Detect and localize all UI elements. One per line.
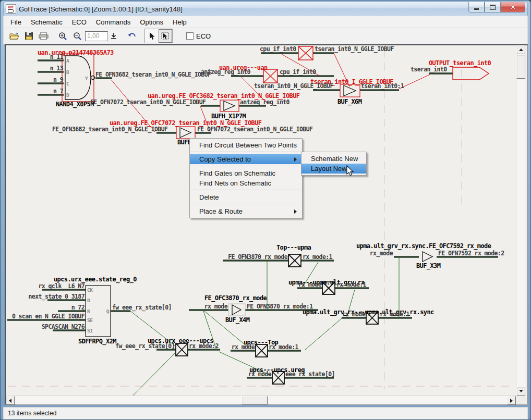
schematic-label[interactable]: eee_rx_state[0] bbox=[285, 370, 335, 378]
schematic-label[interactable]: NAND4_X0P5M bbox=[56, 101, 94, 108]
minimize-icon bbox=[474, 8, 479, 10]
vertical-scroll-thumb[interactable] bbox=[516, 55, 525, 79]
zoom-in-icon bbox=[58, 32, 68, 41]
schematic-label[interactable]: rx_mode bbox=[232, 343, 255, 351]
print-button[interactable] bbox=[36, 29, 51, 43]
scroll-down-button[interactable] bbox=[516, 387, 525, 396]
title-bar[interactable]: GOF GofTrace [Schematic:0] [Zoom:1.00:1]… bbox=[3, 2, 528, 16]
schematic-label[interactable]: rx_mode bbox=[204, 303, 228, 311]
buffer-gate-body[interactable] bbox=[344, 85, 356, 96]
schematic-label[interactable]: SPCASCAN_N276 bbox=[42, 323, 85, 331]
select-box-tool-button[interactable] bbox=[159, 29, 172, 43]
schematic-label[interactable]: rx_mode:1 bbox=[336, 281, 367, 289]
schematic-label[interactable]: FE_OFN3682_tseran_int0_N_GGLE_IOBUF bbox=[95, 71, 211, 79]
left-arrow-icon bbox=[7, 399, 11, 403]
schematic-label[interactable]: antzeg_reg_int0 bbox=[240, 98, 290, 106]
schematic-label[interactable]: rx_mode bbox=[248, 370, 272, 378]
menu-options[interactable]: Options bbox=[135, 17, 168, 27]
menu-eco[interactable]: ECO bbox=[67, 17, 91, 27]
menu-help[interactable]: Help bbox=[168, 17, 191, 27]
schematic-label[interactable]: rx_gclk__L6_N7 bbox=[38, 282, 85, 290]
scroll-right-button[interactable] bbox=[507, 396, 516, 405]
output-port-symbol[interactable] bbox=[453, 67, 489, 80]
schematic-label[interactable]: SDFFRPQ_X2M bbox=[78, 338, 116, 345]
apply-zoom-button[interactable] bbox=[108, 29, 119, 43]
printer-icon bbox=[39, 32, 49, 40]
pointer-cursor-icon bbox=[149, 32, 155, 40]
zoom-out-button[interactable] bbox=[70, 29, 85, 43]
schematic-label[interactable]: Top---upma bbox=[276, 244, 311, 251]
schematic-label[interactable]: fw_eee_rx_state[0] bbox=[112, 304, 172, 312]
buffer-gate-body[interactable] bbox=[423, 252, 432, 262]
selected-label[interactable]: uan.ureg.p214748365A73 bbox=[38, 49, 114, 56]
undo-button[interactable] bbox=[125, 29, 139, 43]
buffer-gate-body[interactable] bbox=[180, 128, 191, 138]
connection-line bbox=[305, 318, 342, 350]
pin-label: CK bbox=[87, 287, 93, 293]
menu-commands[interactable]: Commands bbox=[91, 17, 135, 27]
menu-item-find-nets-on-schematic[interactable]: Find Nets on Schematic bbox=[190, 178, 302, 188]
schematic-label[interactable]: next_state_0_3187 bbox=[28, 293, 85, 301]
open-button[interactable] bbox=[7, 29, 21, 43]
schematic-label[interactable]: cpu_if_int0 bbox=[280, 68, 316, 76]
schematic-label[interactable]: rx_mode bbox=[298, 281, 322, 289]
horizontal-scrollbar[interactable] bbox=[6, 396, 516, 404]
buffer-gate-body[interactable] bbox=[224, 101, 235, 110]
schematic-label[interactable]: n_9 bbox=[53, 76, 64, 84]
menu-item-schematic-new[interactable]: Schematic New bbox=[301, 154, 366, 164]
menu-item-copy-selected-to[interactable]: Copy Selected to bbox=[190, 154, 302, 164]
menu-file[interactable]: File bbox=[6, 17, 26, 27]
vertical-scrollbar[interactable] bbox=[516, 45, 525, 396]
schematic-label[interactable]: n_7 bbox=[53, 88, 64, 95]
menu-schematic[interactable]: Schematic bbox=[26, 17, 67, 27]
schematic-label[interactable]: BUF_X4M bbox=[225, 316, 250, 324]
schematic-label[interactable]: tseran_int0:1 bbox=[361, 82, 404, 90]
minimize-button[interactable] bbox=[468, 2, 485, 13]
schematic-label[interactable]: tseran_int0 bbox=[411, 66, 447, 73]
close-icon: ✕ bbox=[510, 4, 515, 11]
schematic-label[interactable]: rx_mode bbox=[370, 250, 393, 257]
buffer-gate-body[interactable] bbox=[232, 305, 241, 315]
schematic-label[interactable]: rx_mode:1 bbox=[303, 253, 333, 261]
schematic-label[interactable]: n_72 bbox=[71, 304, 85, 312]
zoom-in-button[interactable] bbox=[56, 29, 70, 43]
connection-line bbox=[133, 353, 175, 396]
schematic-label[interactable]: rx_mode:1 bbox=[380, 311, 410, 318]
menu-item-place-route[interactable]: Place & Route bbox=[190, 206, 302, 216]
schematic-label[interactable]: n_11 bbox=[50, 53, 64, 61]
schematic-label[interactable]: antzeg_reg_int0 bbox=[201, 68, 251, 76]
schematic-label[interactable]: FE_OFN7072_tseran_int0_N_GGLE_IOBUF bbox=[90, 98, 206, 106]
pointer-tool-button[interactable] bbox=[145, 29, 159, 43]
zoom-value-input[interactable] bbox=[85, 31, 108, 41]
schematic-canvas[interactable]: ABCDYCKDRSESIQuan.ureg.p214748365A73n_11… bbox=[6, 45, 516, 396]
schematic-label[interactable]: tseran_int0_N_GGLE_IOBUF bbox=[254, 82, 333, 90]
schematic-label[interactable]: n_13 bbox=[50, 65, 64, 72]
close-button[interactable]: ✕ bbox=[501, 2, 525, 13]
schematic-label[interactable]: tseran_int0_N_GGLE_IOBUF bbox=[315, 45, 394, 53]
eco-checkbox[interactable] bbox=[186, 32, 194, 40]
scroll-left-button[interactable] bbox=[6, 396, 15, 405]
horizontal-scroll-thumb[interactable] bbox=[242, 396, 268, 404]
menu-item-delete[interactable]: Delete bbox=[190, 192, 302, 202]
schematic-label[interactable]: rx_mode:2 bbox=[189, 342, 219, 350]
menu-item-find-circuit-between-two-points[interactable]: Find Circuit Between Two Points bbox=[190, 140, 302, 150]
schematic-label[interactable]: rx_mode bbox=[342, 311, 366, 318]
schematic-label[interactable]: FE_OFN7072_tseran_int0_N_GGLE_IOBUF bbox=[197, 126, 313, 133]
maximize-button[interactable] bbox=[485, 2, 501, 13]
schematic-label[interactable]: FE_OFC3870_rx_mode bbox=[204, 294, 267, 302]
schematic-label[interactable]: rx_mode:1 bbox=[269, 343, 299, 351]
schematic-label[interactable]: upma.ult_grv_rx.sync.FE_OFC7592_rx_mode bbox=[356, 242, 491, 250]
scroll-up-button[interactable] bbox=[516, 45, 525, 54]
schematic-label[interactable]: 0_scan_en_N_GGLE_IOBUF bbox=[12, 313, 85, 320]
save-button[interactable] bbox=[21, 29, 36, 43]
schematic-label[interactable]: FE_OFN3682_tseran_int0_N_GGLE_IOBUF bbox=[52, 126, 168, 133]
schematic-label[interactable]: fw_eee_rx_state[0] bbox=[115, 342, 175, 350]
menu-item-find-gates-on-schematic[interactable]: Find Gates on Schematic bbox=[190, 168, 302, 178]
menu-item-layout-new[interactable]: Layout New bbox=[301, 164, 366, 174]
schematic-label[interactable]: FE_OFN7592_rx_mode:2 bbox=[438, 250, 504, 257]
schematic-label[interactable]: FE_OFN3870_rx_mode bbox=[228, 253, 288, 261]
schematic-label[interactable]: BUF_X6M bbox=[337, 98, 362, 106]
schematic-label[interactable]: BUF_X3M bbox=[416, 262, 441, 270]
schematic-label[interactable]: upma.ult_grv_rx---upma.ult_grv_rx.sync bbox=[303, 308, 434, 316]
schematic-label[interactable]: cpu_if_int0 bbox=[260, 45, 296, 53]
